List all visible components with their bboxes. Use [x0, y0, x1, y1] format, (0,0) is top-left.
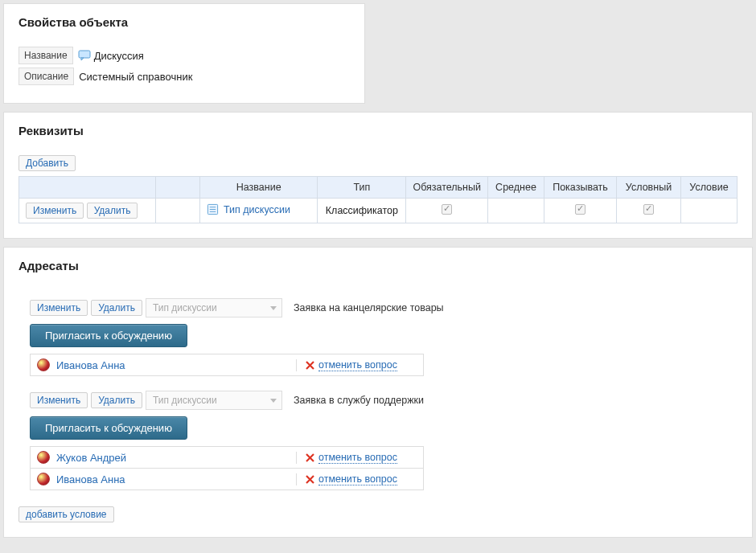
avatar-icon [37, 473, 50, 485]
recipient-block: Изменить Удалить Тип дискуссии Заявка в … [18, 391, 738, 490]
col-cond: Условный [617, 177, 681, 199]
name-value: Дискуссия [94, 50, 144, 62]
avatar-icon [37, 358, 50, 371]
desc-label: Описание [18, 68, 74, 85]
x-icon [305, 474, 315, 485]
cancel-question-link[interactable]: отменить вопрос [318, 359, 397, 371]
col-required: Обязательный [406, 177, 488, 199]
invite-button[interactable]: Пригласить к обсуждению [30, 416, 187, 440]
recipient-block: Изменить Удалить Тип дискуссии Заявка на… [18, 298, 738, 376]
add-button[interactable]: Добавить [18, 155, 76, 171]
x-icon [305, 453, 315, 463]
participant-row: Иванова Анна отменить вопрос [31, 468, 423, 490]
show-checkbox [575, 204, 585, 215]
col-cond-expr: Условие [681, 177, 738, 199]
block-note: Заявка в службу поддержки [294, 395, 424, 406]
delete-button[interactable]: Удалить [91, 300, 142, 316]
row-name-link[interactable]: Тип дискуссии [224, 204, 290, 215]
participant-row: Иванова Анна отменить вопрос [31, 354, 423, 375]
edit-button[interactable]: Изменить [30, 392, 88, 408]
doc-icon [207, 203, 219, 215]
add-condition-button[interactable]: добавить условие [18, 506, 114, 522]
cancel-question-link[interactable]: отменить вопрос [318, 473, 397, 485]
row-type: Классификатор [318, 199, 406, 223]
participant-name-link[interactable]: Иванова Анна [56, 473, 290, 485]
requisites-table: Название Тип Обязательный Среднее Показы… [18, 176, 738, 223]
avatar-icon [37, 451, 50, 464]
x-icon [305, 360, 315, 371]
cond-checkbox [643, 204, 654, 215]
name-row: Название Дискуссия [18, 47, 350, 64]
requisites-title: Реквизиты [18, 124, 738, 137]
delete-button[interactable]: Удалить [91, 392, 142, 408]
discussion-type-select[interactable]: Тип дискуссии [146, 298, 282, 317]
participant-name-link[interactable]: Жуков Андрей [56, 452, 290, 464]
edit-button[interactable]: Изменить [30, 300, 88, 316]
col-avg: Среднее [488, 177, 544, 199]
requisites-panel: Реквизиты Добавить Название Тип Обязател… [3, 112, 753, 239]
col-type: Тип [318, 177, 406, 199]
table-row: Изменить Удалить Тип дискуссии Классифик… [19, 199, 738, 223]
required-checkbox [442, 204, 452, 215]
participant-list: Иванова Анна отменить вопрос [30, 354, 424, 376]
delete-button[interactable]: Удалить [87, 203, 138, 219]
participant-name-link[interactable]: Иванова Анна [56, 359, 290, 371]
discussion-type-select[interactable]: Тип дискуссии [146, 391, 282, 410]
properties-title: Свойства объекта [18, 15, 350, 29]
table-header-row: Название Тип Обязательный Среднее Показы… [19, 177, 738, 199]
participant-list: Жуков Андрей отменить вопрос Иванова Анн… [30, 446, 424, 490]
object-properties-panel: Свойства объекта Название Дискуссия Опис… [3, 3, 365, 104]
participant-row: Жуков Андрей отменить вопрос [31, 446, 423, 468]
name-label: Название [18, 47, 73, 64]
col-show: Показывать [544, 177, 617, 199]
cancel-question-link[interactable]: отменить вопрос [318, 452, 397, 464]
recipients-panel: Адресаты Изменить Удалить Тип дискуссии … [3, 247, 753, 538]
invite-button[interactable]: Пригласить к обсуждению [30, 324, 187, 347]
desc-row: Описание Системный справочник [18, 68, 350, 85]
desc-value: Системный справочник [79, 71, 192, 83]
edit-button[interactable]: Изменить [26, 203, 84, 219]
svg-rect-0 [79, 51, 90, 58]
recipients-title: Адресаты [18, 259, 738, 272]
speech-bubble-icon [78, 49, 91, 62]
block-note: Заявка на канцелярские товары [294, 302, 444, 313]
col-name: Название [200, 177, 318, 199]
